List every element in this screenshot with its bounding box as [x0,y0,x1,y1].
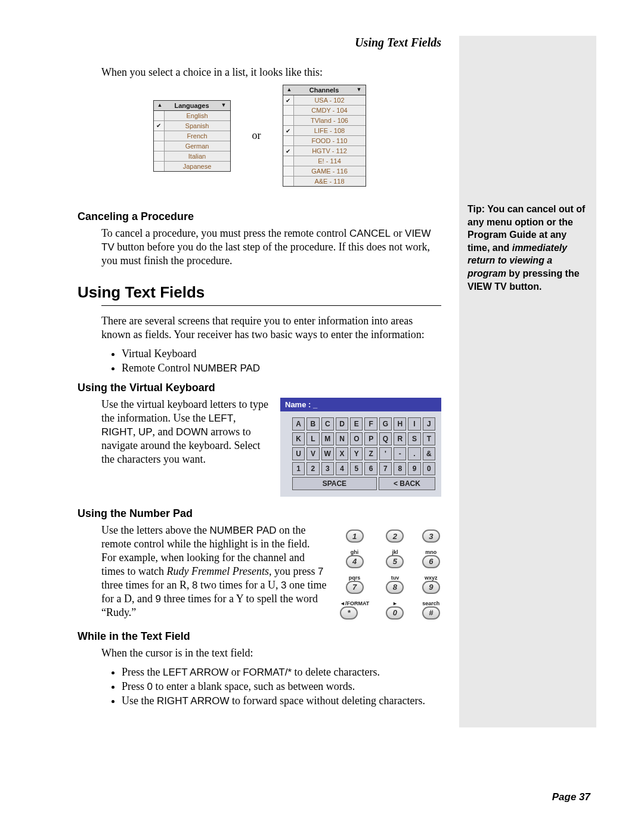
text: to enter a blank space, such as between … [153,680,355,692]
dropdown-label: German [165,142,230,150]
down-key: DOWN [176,426,208,438]
key-3: 3 [281,580,286,591]
vk-key: Z [364,447,377,460]
intext-intro: When the cursor is in the text field: [101,646,441,660]
vk-key: H [394,417,406,431]
numpad-button: 7 [346,581,364,594]
key-0: 0 [147,681,153,692]
dropdown-label: Italian [165,152,230,160]
dropdown-label: LIFE - 108 [294,126,366,135]
checkbox-icon [283,166,294,176]
list-item: Press the LEFT ARROW or FORMAT/* to dele… [122,666,441,679]
right-key: RIGHT [101,426,133,438]
text-fields-intro: There are several screens that require y… [101,314,441,342]
cancel-key: CANCEL [349,228,391,239]
page-header-title: Using Text Fields [78,36,441,49]
dropdown-row: TVland - 106 [283,115,366,125]
numpad-button: 4 [346,555,364,568]
vk-key: C [321,417,334,431]
text: Remote Control [122,362,193,374]
np-heading: Using the Number Pad [78,507,441,520]
numpad-label [346,524,364,529]
vk-paragraph: Use the virtual keyboard letters to type… [101,398,270,497]
vk-key: U [292,447,305,460]
dropdown-row: ✔Spanish [154,120,230,131]
numpad-cell: ◄/FORMAT* [340,600,369,620]
languages-header: Languages [154,101,230,111]
vk-key: D [336,417,348,431]
vk-key: Q [379,432,392,445]
numpad-label: mno [422,549,440,555]
vk-key: V [306,447,319,460]
dropdown-label: CMDY - 104 [294,106,366,114]
vk-key: 2 [306,462,319,475]
vk-key: 0 [423,462,435,475]
checkbox-icon: ✔ [283,95,294,105]
dropdown-row: Italian [154,151,230,161]
cancel-heading: Canceling a Procedure [78,210,441,223]
list-selection-figure: Languages English✔SpanishFrenchGermanIta… [78,85,441,187]
dropdown-label: English [165,112,230,120]
checkbox-icon: ✔ [283,126,294,135]
numpad-button: 8 [386,581,404,594]
vk-key: A [292,417,305,431]
format-key: FORMAT/* [243,667,292,678]
text: , you press [269,565,318,577]
dropdown-row: German [154,141,230,151]
dropdown-row: CMDY - 104 [283,105,366,115]
numpad-cell: ►0 [386,600,404,620]
numpad-button: 6 [422,555,440,568]
checkbox-icon [283,136,294,145]
checkbox-icon: ✔ [283,146,294,156]
numpad-cell: ghi4 [346,549,364,569]
vk-key: 1 [292,462,305,475]
vk-key: ' [379,447,392,460]
key-7: 7 [318,566,323,577]
numpad-label: jkl [386,549,404,555]
vk-key: . [408,447,420,460]
vk-key: R [394,432,406,445]
vk-key: G [379,417,392,431]
page-number: Page 37 [552,791,590,803]
text: Use the [122,695,157,707]
up-key: UP [138,426,153,438]
input-methods-list: Virtual Keyboard Remote Control NUMBER P… [110,348,441,374]
text: Use the letters above the [101,524,209,536]
vk-key: E [350,417,363,431]
dropdown-row: ✔LIFE - 108 [283,125,366,135]
dropdown-label: USA - 102 [294,96,366,104]
numpad-button: 3 [422,529,440,543]
checkbox-icon [154,162,165,171]
virtual-keyboard-figure: Name : _ ABCDEFGHIJKLMNOPQRSTUVWXYZ'-.&1… [280,398,441,497]
checkbox-icon [154,141,165,151]
dropdown-row: Japanese [154,161,230,171]
checkbox-icon [154,151,165,161]
key-9: 9 [155,593,160,605]
intext-heading: While in the Text Field [78,630,441,643]
numpad-cell: wxyz9 [422,575,440,594]
vk-key: 6 [364,462,377,475]
numpad-cell: tuv8 [386,575,404,594]
vk-key: I [408,417,420,431]
vk-name-field: Name : _ [280,398,441,411]
vk-key: 3 [321,462,334,475]
numpad-button: # [422,606,440,620]
dropdown-label: A&E - 118 [294,177,366,185]
vk-key: K [292,432,305,445]
numpad-label [386,524,404,529]
numpad-label [422,524,440,529]
vk-key: J [423,417,435,431]
numpad-cell: 2 [386,524,404,543]
list-intro-text: When you select a choice in a list, it l… [101,66,441,79]
left-key: LEFT [208,413,233,424]
dropdown-row: A&E - 118 [283,176,366,186]
checkbox-icon [154,111,165,120]
numpad-button: 1 [346,529,364,543]
vk-key: Y [350,447,363,460]
text: button before you do the last step of th… [101,241,430,267]
vk-key: 5 [350,462,363,475]
checkbox-icon [283,156,294,166]
numpad-label: pqrs [346,575,364,581]
vk-key: M [321,432,334,445]
or-separator: or [252,129,261,142]
